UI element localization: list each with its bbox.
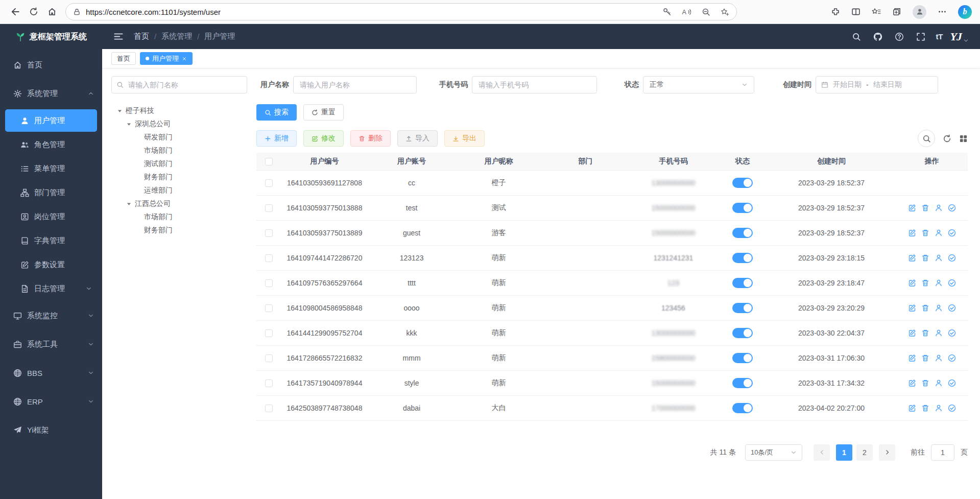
sidebar-item-dict[interactable]: 字典管理: [5, 229, 97, 252]
page-button-2[interactable]: 2: [856, 444, 873, 461]
reset-password-button[interactable]: [935, 229, 943, 237]
column-settings-button[interactable]: [959, 134, 968, 143]
assign-role-button[interactable]: [948, 354, 956, 362]
browser-menu-icon[interactable]: [938, 7, 947, 16]
search-button[interactable]: 搜索: [256, 104, 297, 121]
search-toggle-button[interactable]: [918, 130, 935, 147]
assign-role-button[interactable]: [948, 254, 956, 262]
status-toggle[interactable]: [732, 278, 753, 288]
row-checkbox[interactable]: [265, 329, 273, 337]
delete-user-button[interactable]: [921, 404, 929, 412]
add-favorite-icon[interactable]: [721, 8, 729, 16]
extensions-icon[interactable]: [831, 7, 840, 16]
sidebar-item-role[interactable]: 角色管理: [5, 133, 97, 156]
status-toggle[interactable]: [732, 303, 753, 313]
browser-home-button[interactable]: [43, 3, 61, 21]
reset-password-button[interactable]: [935, 204, 943, 212]
browser-refresh-button[interactable]: [25, 3, 43, 21]
status-toggle[interactable]: [732, 378, 753, 388]
row-checkbox[interactable]: [265, 405, 273, 412]
tree-node[interactable]: 测试部门: [111, 157, 247, 171]
status-toggle[interactable]: [732, 178, 753, 188]
tree-node[interactable]: 市场部门: [111, 144, 247, 157]
search-button[interactable]: [850, 30, 863, 43]
assign-role-button[interactable]: [948, 404, 956, 412]
reset-password-button[interactable]: [935, 304, 943, 312]
tree-node[interactable]: 运维部门: [111, 184, 247, 197]
edit-user-button[interactable]: [908, 279, 916, 287]
delete-user-button[interactable]: [921, 329, 929, 337]
row-checkbox[interactable]: [265, 379, 273, 387]
date-range-picker[interactable]: 开始日期 - 结束日期: [816, 76, 938, 93]
tree-node[interactable]: 深圳总公司: [111, 117, 247, 131]
breadcrumb-item[interactable]: 首页: [134, 32, 149, 41]
dept-search-input[interactable]: [111, 76, 247, 93]
edit-user-button[interactable]: [908, 329, 916, 337]
reset-password-button[interactable]: [935, 254, 943, 262]
tree-node[interactable]: 研发部门: [111, 131, 247, 144]
sidebar-item-menu[interactable]: 菜单管理: [5, 157, 97, 180]
favorites-icon[interactable]: [872, 7, 881, 16]
assign-role-button[interactable]: [948, 204, 956, 212]
bing-icon[interactable]: b: [958, 5, 972, 19]
sidebar-item-bbs[interactable]: BBS: [0, 359, 102, 387]
status-toggle[interactable]: [732, 353, 753, 363]
sidebar-item-erp[interactable]: ERP: [0, 387, 102, 416]
delete-user-button[interactable]: [921, 279, 929, 287]
status-toggle[interactable]: [732, 203, 753, 213]
row-checkbox[interactable]: [265, 229, 273, 237]
delete-user-button[interactable]: [921, 254, 929, 262]
tree-node[interactable]: 橙子科技: [111, 104, 247, 117]
tab-close-icon[interactable]: [182, 56, 187, 61]
delete-user-button[interactable]: [921, 204, 929, 212]
tree-node[interactable]: 江西总公司: [111, 197, 247, 210]
delete-user-button[interactable]: [921, 229, 929, 237]
select-all-checkbox[interactable]: [265, 158, 273, 165]
address-bar[interactable]: https://ccnetcore.com:1101/system/user A: [65, 3, 737, 20]
phone-input[interactable]: [472, 76, 597, 93]
sidebar-item-yi[interactable]: Yi框架: [0, 416, 102, 444]
split-screen-icon[interactable]: [851, 7, 861, 16]
sidebar-item-tools[interactable]: 系统工具: [0, 330, 102, 359]
status-toggle[interactable]: [732, 253, 753, 263]
assign-role-button[interactable]: [948, 304, 956, 312]
tree-node[interactable]: 财务部门: [111, 171, 247, 184]
tab-user-management[interactable]: 用户管理: [140, 52, 193, 65]
sidebar-item-monitor[interactable]: 系统监控: [0, 301, 102, 330]
delete-user-button[interactable]: [921, 379, 929, 387]
status-toggle[interactable]: [732, 328, 753, 338]
sidebar-item-dept[interactable]: 部门管理: [5, 181, 97, 204]
edit-user-button[interactable]: [908, 254, 916, 262]
row-checkbox[interactable]: [265, 304, 273, 312]
row-checkbox[interactable]: [265, 204, 273, 212]
goto-page-input[interactable]: [931, 444, 954, 461]
tree-node[interactable]: 财务部门: [111, 224, 247, 237]
add-button[interactable]: 新增: [256, 130, 297, 147]
breadcrumb-item[interactable]: 系统管理: [161, 32, 192, 41]
reset-password-button[interactable]: [935, 404, 943, 412]
edit-user-button[interactable]: [908, 304, 916, 312]
row-checkbox[interactable]: [265, 279, 273, 287]
row-checkbox[interactable]: [265, 254, 273, 262]
export-button[interactable]: 导出: [444, 130, 485, 147]
github-button[interactable]: [871, 30, 885, 43]
row-checkbox[interactable]: [265, 179, 273, 187]
question-button[interactable]: [893, 30, 906, 43]
user-logo[interactable]: YJ: [950, 30, 969, 43]
reset-button[interactable]: 重置: [303, 104, 344, 121]
assign-role-button[interactable]: [948, 229, 956, 237]
prev-page-button[interactable]: [814, 444, 830, 461]
reset-password-button[interactable]: [935, 379, 943, 387]
assign-role-button[interactable]: [948, 379, 956, 387]
delete-button[interactable]: 删除: [350, 130, 391, 147]
sidebar-item-log[interactable]: 日志管理: [5, 277, 97, 300]
modify-button[interactable]: 修改: [303, 130, 344, 147]
tree-node[interactable]: 市场部门: [111, 210, 247, 224]
page-size-select[interactable]: 10条/页: [745, 444, 802, 461]
edit-user-button[interactable]: [908, 404, 916, 412]
page-button-1[interactable]: 1: [836, 444, 852, 461]
reset-password-button[interactable]: [935, 279, 943, 287]
reset-password-button[interactable]: [935, 354, 943, 362]
fullscreen-button[interactable]: [914, 30, 927, 43]
read-aloud-icon[interactable]: A: [682, 8, 691, 16]
